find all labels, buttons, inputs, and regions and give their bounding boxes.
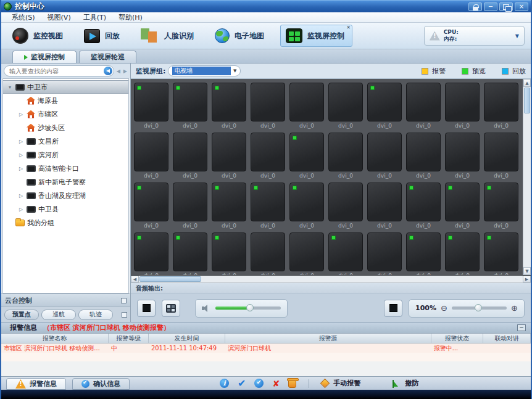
confirm-icon[interactable]: ✔ xyxy=(238,379,246,388)
alarm-row-0[interactable]: 市辖区 滨河所门口球机 移动侦测...中2011-11-11 10:47:49滨… xyxy=(1,343,531,353)
search-go-icon[interactable] xyxy=(104,67,112,75)
alarm-col-header-1[interactable]: 报警等级 xyxy=(109,334,149,343)
monitor-tile[interactable] xyxy=(445,232,480,271)
zoom-in-icon[interactable]: ⊕ xyxy=(511,303,518,313)
zoom-thumb[interactable] xyxy=(475,304,482,311)
monitor-tile[interactable] xyxy=(484,232,518,271)
restore-button[interactable] xyxy=(499,2,513,11)
monitor-cell[interactable]: dvi_0 xyxy=(443,80,482,130)
menu-item-3[interactable]: 帮助(H) xyxy=(113,12,148,23)
monitor-cell[interactable]: dvi_0 xyxy=(210,180,249,230)
monitor-cell[interactable]: dvi_0 xyxy=(210,80,249,130)
monitor-cell[interactable]: dvi_0 xyxy=(249,230,288,275)
tree-item-6[interactable]: ▷高清智能卡口 xyxy=(3,162,128,175)
close-button[interactable]: × xyxy=(515,2,528,11)
monitor-cell[interactable]: dvi_0 xyxy=(482,180,521,230)
monitor-tile[interactable] xyxy=(328,232,363,271)
monitor-tile[interactable] xyxy=(173,83,207,121)
monitor-tile[interactable] xyxy=(406,232,441,271)
monitor-cell[interactable]: dvi_0 xyxy=(404,180,443,230)
vertical-scroll-thumb[interactable] xyxy=(524,88,530,113)
volume-slider[interactable] xyxy=(215,306,281,310)
menu-item-1[interactable]: 视图(V) xyxy=(42,12,77,23)
layout-button[interactable] xyxy=(162,300,180,317)
monitor-tile[interactable] xyxy=(251,133,285,171)
monitor-cell[interactable]: dvi_0 xyxy=(132,80,171,130)
toolbar-button-3[interactable]: 电子地图 xyxy=(210,25,272,46)
monitor-cell[interactable]: dvi_0 xyxy=(326,230,365,275)
minimize-button[interactable]: − xyxy=(484,2,497,11)
alarm-col-header-2[interactable]: 发生时间 xyxy=(149,334,225,343)
monitor-tile[interactable] xyxy=(289,133,324,171)
tree-item-9[interactable]: ▷中卫县 xyxy=(3,202,128,216)
monitor-tile[interactable] xyxy=(328,183,363,221)
monitor-tile[interactable] xyxy=(134,183,168,221)
tree-item-1[interactable]: 海原县 xyxy=(3,94,128,107)
monitor-tile[interactable] xyxy=(134,232,168,271)
monitor-cell[interactable]: dvi_0 xyxy=(288,230,326,275)
monitor-tile[interactable] xyxy=(367,232,402,271)
monitor-cell[interactable]: dvi_0 xyxy=(171,130,210,180)
expander-expanded-icon[interactable]: ▾ xyxy=(7,84,13,90)
alarm-col-header-4[interactable]: 报警状态 xyxy=(431,334,484,343)
vertical-scrollbar[interactable]: ▲ ▼ xyxy=(523,79,531,275)
volume-thumb[interactable] xyxy=(246,304,254,311)
scroll-up-icon[interactable]: ▲ xyxy=(523,79,531,87)
alarm-tab-1[interactable]: 确认信息 xyxy=(72,378,130,390)
monitor-cell[interactable]: dvi_0 xyxy=(365,180,404,230)
tab-1[interactable]: 监视屏轮巡 xyxy=(79,51,136,63)
ptz-tabs-collapse-button[interactable] xyxy=(122,312,127,318)
monitor-tile[interactable] xyxy=(289,232,324,271)
horizontal-scroll-thumb[interactable] xyxy=(139,276,201,282)
confirm-all-icon[interactable] xyxy=(254,379,264,388)
monitor-cell[interactable]: dvi_0 xyxy=(326,130,365,180)
monitor-tile[interactable] xyxy=(251,232,285,271)
tree-item-4[interactable]: ▷文昌所 xyxy=(3,134,128,148)
monitor-cell[interactable]: dvi_0 xyxy=(404,80,443,130)
monitor-tile[interactable] xyxy=(406,133,441,171)
monitor-cell[interactable]: dvi_0 xyxy=(210,230,249,275)
monitor-cell[interactable]: dvi_0 xyxy=(326,80,365,130)
system-monitor-panel[interactable]: CPU: 内存: ▼ xyxy=(424,26,525,46)
monitor-cell[interactable]: dvi_0 xyxy=(171,80,210,130)
disarm-button[interactable]: 撤防 xyxy=(391,379,418,388)
monitor-tile[interactable] xyxy=(212,133,246,171)
monitor-cell[interactable]: dvi_0 xyxy=(132,130,171,180)
expander-collapsed-icon[interactable]: ▷ xyxy=(18,139,24,144)
monitor-cell[interactable]: dvi_0 xyxy=(249,80,288,130)
alarm-col-header-3[interactable]: 报警源 xyxy=(225,334,431,343)
menu-item-0[interactable]: 系统(S) xyxy=(6,12,41,23)
monitor-cell[interactable]: dvi_0 xyxy=(249,180,288,230)
monitor-cell[interactable]: dvi_0 xyxy=(132,230,171,275)
tree-item-0[interactable]: ▾中卫市 xyxy=(3,80,128,94)
monitor-tile[interactable] xyxy=(484,133,518,171)
menu-item-2[interactable]: 工具(T) xyxy=(78,12,112,23)
monitor-tile[interactable] xyxy=(212,183,246,221)
alarm-col-header-5[interactable]: 联动对讲 xyxy=(483,334,531,343)
scroll-left-icon[interactable]: ◀ xyxy=(131,276,139,282)
monitor-cell[interactable]: dvi_0 xyxy=(249,130,288,180)
info-icon[interactable] xyxy=(220,379,229,388)
monitor-tile[interactable] xyxy=(484,83,518,121)
monitor-cell[interactable]: dvi_0 xyxy=(404,230,443,275)
monitor-cell[interactable]: dvi_0 xyxy=(288,180,326,230)
tab-0[interactable]: 监视屏控制 xyxy=(12,51,77,63)
monitor-cell[interactable]: dvi_0 xyxy=(443,230,482,275)
monitor-tile[interactable] xyxy=(251,183,285,221)
expander-collapsed-icon[interactable]: ▷ xyxy=(18,193,24,199)
monitor-cell[interactable]: dvi_0 xyxy=(132,180,171,230)
tree-item-3[interactable]: 沙坡头区 xyxy=(3,121,128,134)
monitor-tile[interactable] xyxy=(406,83,441,121)
alarm-tab-0[interactable]: 报警信息 xyxy=(6,378,66,390)
monitor-tile[interactable] xyxy=(289,183,324,221)
monitor-tile[interactable] xyxy=(367,133,402,171)
monitor-tile[interactable] xyxy=(212,232,246,271)
chevron-down-icon[interactable]: ▼ xyxy=(515,33,519,39)
monitor-cell[interactable]: dvi_0 xyxy=(482,80,521,130)
manual-alarm-button[interactable]: 手动报警 xyxy=(322,379,360,388)
close-tab-icon[interactable]: ✕ xyxy=(346,25,351,30)
toolbar-button-0[interactable]: 监控视图 xyxy=(7,25,70,47)
monitor-tile[interactable] xyxy=(445,133,480,171)
scroll-down-icon[interactable]: ▼ xyxy=(523,267,531,275)
monitor-cell[interactable]: dvi_0 xyxy=(404,130,443,180)
